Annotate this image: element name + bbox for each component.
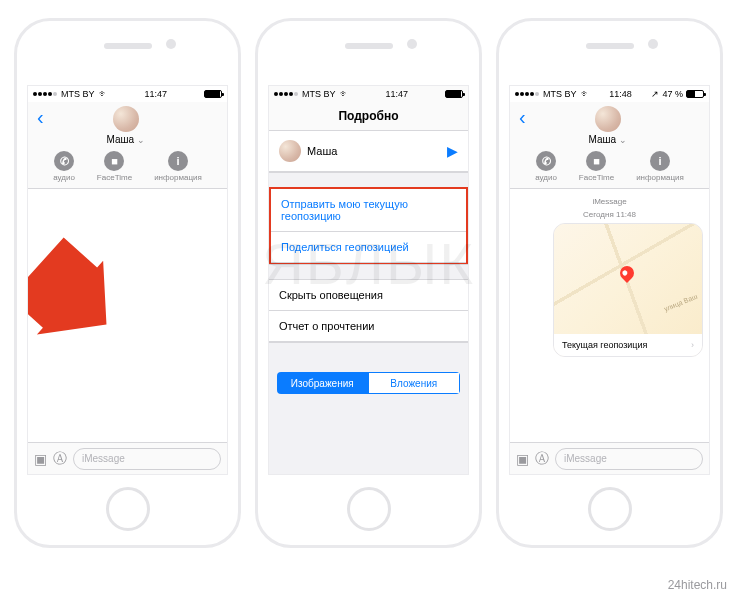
- imessage-label: iMessage: [592, 197, 626, 206]
- back-button[interactable]: ‹: [515, 106, 530, 129]
- info-icon: i: [168, 151, 188, 171]
- message-input-bar: ▣ Ⓐ iMessage: [510, 442, 709, 474]
- info-button[interactable]: iинформация: [636, 151, 684, 182]
- contact-name[interactable]: Маша: [107, 134, 135, 145]
- street-label: улица Ваш: [663, 293, 698, 313]
- wifi-icon: ᯤ: [340, 89, 349, 99]
- apps-icon[interactable]: Ⓐ: [535, 450, 549, 468]
- signal-icon: [274, 92, 298, 96]
- battery-icon: [686, 90, 704, 98]
- message-input-bar: ▣ Ⓐ iMessage: [28, 442, 227, 474]
- carrier-label: MTS BY: [61, 89, 95, 99]
- battery-icon: [445, 90, 463, 98]
- clock: 11:47: [144, 89, 167, 99]
- messages-header: ‹ Маша ⌄ ✆аудио ■FaceTime iинформация: [510, 102, 709, 189]
- wifi-icon: ᯤ: [99, 89, 108, 99]
- signal-icon: [515, 92, 539, 96]
- info-button[interactable]: i информация: [154, 151, 202, 182]
- location-message-bubble[interactable]: улица Ваш Текущая геопозиция ›: [553, 223, 703, 357]
- video-icon[interactable]: ▶: [447, 143, 458, 159]
- map-preview: улица Ваш: [554, 224, 702, 334]
- video-icon: ■: [586, 151, 606, 171]
- contact-row[interactable]: Маша ▶: [269, 131, 468, 172]
- conversation-area: iMessage Сегодня 11:48 улица Ваш Текущая…: [510, 189, 709, 474]
- battery-icon: [204, 90, 222, 98]
- carrier-label: MTS BY: [302, 89, 336, 99]
- hide-alerts-row[interactable]: Скрыть оповещения: [269, 280, 468, 311]
- chevron-right-icon: ›: [691, 340, 694, 350]
- contact-name[interactable]: Маша: [589, 134, 617, 145]
- details-title: Подробно: [269, 102, 468, 131]
- camera-icon[interactable]: ▣: [516, 451, 529, 467]
- read-receipts-row[interactable]: Отчет о прочтении: [269, 311, 468, 342]
- annotation-arrow: [27, 256, 112, 346]
- contact-avatar[interactable]: [595, 106, 621, 132]
- home-button[interactable]: [588, 487, 632, 531]
- camera-icon[interactable]: ▣: [34, 451, 47, 467]
- segment-attachments[interactable]: Вложения: [368, 372, 461, 394]
- clock: 11:47: [385, 89, 408, 99]
- info-icon: i: [650, 151, 670, 171]
- highlight-box: Отправить мою текущую геопозицию Поделит…: [269, 187, 468, 265]
- audio-call-button[interactable]: ✆аудио: [535, 151, 557, 182]
- segmented-control[interactable]: Изображения Вложения: [277, 372, 460, 394]
- segment-images[interactable]: Изображения: [277, 372, 368, 394]
- contact-avatar[interactable]: [113, 106, 139, 132]
- carrier-label: MTS BY: [543, 89, 577, 99]
- message-input[interactable]: iMessage: [73, 448, 221, 470]
- phone-mockup-1: MTS BY ᯤ 11:47 ‹ Маша ⌄ ✆: [14, 18, 241, 548]
- facetime-button[interactable]: ■FaceTime: [579, 151, 614, 182]
- bubble-caption: Текущая геопозиция: [562, 340, 647, 350]
- home-button[interactable]: [106, 487, 150, 531]
- send-current-location-button[interactable]: Отправить мою текущую геопозицию: [271, 189, 466, 232]
- contact-avatar: [279, 140, 301, 162]
- status-bar: MTS BY ᯤ 11:48 ↗ 47 %: [510, 86, 709, 102]
- clock: 11:48: [609, 89, 632, 99]
- status-bar: MTS BY ᯤ 11:47: [269, 86, 468, 102]
- source-credit: 24hitech.ru: [668, 578, 727, 592]
- audio-call-button[interactable]: ✆ аудио: [53, 151, 75, 182]
- chevron-down-icon: ⌄: [619, 135, 627, 145]
- wifi-icon: ᯤ: [581, 89, 590, 99]
- message-input[interactable]: iMessage: [555, 448, 703, 470]
- chevron-down-icon: ⌄: [137, 135, 145, 145]
- phone-icon: ✆: [536, 151, 556, 171]
- facetime-button[interactable]: ■ FaceTime: [97, 151, 132, 182]
- map-pin-icon: [617, 263, 637, 283]
- share-icon: ↗: [651, 89, 659, 99]
- video-icon: ■: [104, 151, 124, 171]
- home-button[interactable]: [347, 487, 391, 531]
- phone-mockup-2: MTS BY ᯤ 11:47 Подробно Маша ▶ Отправить…: [255, 18, 482, 548]
- share-location-button[interactable]: Поделиться геопозицией: [271, 232, 466, 263]
- phone-icon: ✆: [54, 151, 74, 171]
- phone-mockup-3: MTS BY ᯤ 11:48 ↗ 47 % ‹ Маша ⌄: [496, 18, 723, 548]
- signal-icon: [33, 92, 57, 96]
- status-bar: MTS BY ᯤ 11:47: [28, 86, 227, 102]
- back-button[interactable]: ‹: [33, 106, 48, 129]
- timestamp-label: Сегодня 11:48: [583, 210, 636, 219]
- apps-icon[interactable]: Ⓐ: [53, 450, 67, 468]
- battery-percent: 47 %: [662, 89, 683, 99]
- messages-header: ‹ Маша ⌄ ✆ аудио ■ FaceTime: [28, 102, 227, 189]
